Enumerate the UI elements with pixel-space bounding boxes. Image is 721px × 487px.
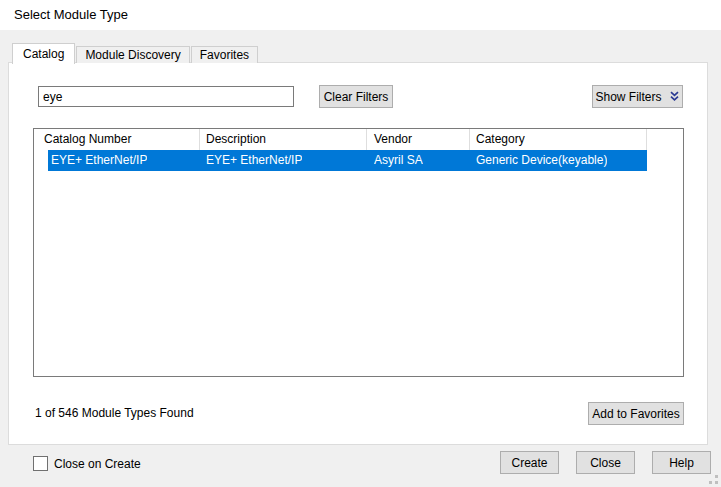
- column-separator[interactable]: [469, 129, 470, 151]
- tab-favorites[interactable]: Favorites: [191, 46, 258, 63]
- search-input[interactable]: [38, 86, 294, 107]
- results-count: 1 of 546 Module Types Found: [35, 406, 194, 421]
- clear-filters-button[interactable]: Clear Filters: [319, 85, 393, 108]
- clear-filters-label: Clear Filters: [324, 90, 389, 104]
- column-separator[interactable]: [199, 129, 200, 151]
- close-on-create-label: Close on Create: [54, 457, 141, 471]
- column-header-catalog-number[interactable]: Catalog Number: [44, 129, 131, 150]
- cell-description: EYE+ EtherNet/IP: [206, 150, 302, 171]
- cell-category: Generic Device(keyable): [476, 150, 607, 171]
- select-module-type-dialog: Select Module Type Catalog Module Discov…: [0, 0, 721, 487]
- add-to-favorites-button[interactable]: Add to Favorites: [588, 402, 684, 425]
- close-button[interactable]: Close: [576, 451, 635, 474]
- table-row[interactable]: EYE+ EtherNet/IP EYE+ EtherNet/IP Asyril…: [48, 150, 647, 171]
- create-button[interactable]: Create: [500, 451, 559, 474]
- module-list: Catalog Number Description Vendor Catego…: [33, 128, 684, 377]
- column-separator[interactable]: [646, 129, 647, 151]
- tab-module-discovery[interactable]: Module Discovery: [76, 46, 189, 63]
- close-on-create-option: Close on Create: [33, 456, 141, 471]
- close-label: Close: [590, 456, 621, 470]
- tab-catalog[interactable]: Catalog: [12, 43, 75, 64]
- dialog-title: Select Module Type: [14, 0, 128, 30]
- column-header-description[interactable]: Description: [206, 129, 266, 150]
- double-chevron-down-icon: [669, 91, 680, 102]
- show-filters-label: Show Filters: [595, 90, 661, 104]
- module-list-header: Catalog Number Description Vendor Catego…: [34, 129, 683, 151]
- add-to-favorites-label: Add to Favorites: [592, 407, 679, 421]
- column-separator[interactable]: [366, 129, 367, 151]
- show-filters-button[interactable]: Show Filters: [592, 85, 683, 108]
- help-button[interactable]: Help: [652, 451, 711, 474]
- column-header-category[interactable]: Category: [476, 129, 525, 150]
- tab-strip: Catalog Module Discovery Favorites: [12, 43, 259, 63]
- cell-catalog-number: EYE+ EtherNet/IP: [51, 150, 147, 171]
- column-header-vendor[interactable]: Vendor: [374, 129, 412, 150]
- dialog-titlebar: Select Module Type: [0, 0, 721, 30]
- help-label: Help: [669, 456, 694, 470]
- resize-grip-icon[interactable]: [709, 475, 718, 484]
- close-on-create-checkbox[interactable]: [33, 456, 48, 471]
- cell-vendor: Asyril SA: [374, 150, 423, 171]
- create-label: Create: [511, 456, 547, 470]
